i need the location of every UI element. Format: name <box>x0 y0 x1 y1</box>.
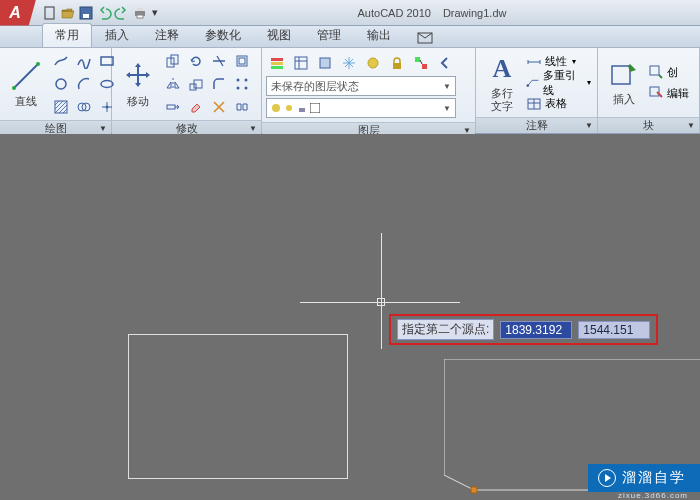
layer-prev-icon[interactable] <box>434 52 456 74</box>
x-coordinate-input[interactable]: 1839.3192 <box>500 321 572 339</box>
svg-point-23 <box>237 79 240 82</box>
line-label: 直线 <box>15 94 37 109</box>
insert-block-tool[interactable]: 插入 <box>604 56 644 109</box>
annotate-rows: 线性▾ 多重引线▾ 表格 <box>526 52 591 114</box>
layer-match-icon[interactable] <box>410 52 432 74</box>
scale-icon[interactable] <box>185 73 207 95</box>
svg-point-9 <box>36 62 40 66</box>
chevron-down-icon: ▾ <box>572 57 576 66</box>
text-icon: A <box>486 53 518 85</box>
layer-freeze-icon[interactable] <box>338 52 360 74</box>
tab-parametric[interactable]: 参数化 <box>192 23 254 47</box>
offset-icon[interactable] <box>231 50 253 72</box>
trim-icon[interactable] <box>208 50 230 72</box>
arc-icon[interactable] <box>73 73 95 95</box>
mtext-tool[interactable]: A 多行 文字 <box>482 51 522 113</box>
linear-dim-icon <box>526 54 542 70</box>
table-button[interactable]: 表格 <box>526 94 591 114</box>
svg-rect-27 <box>167 105 175 109</box>
layer-states-icon[interactable] <box>290 52 312 74</box>
line-tool[interactable]: 直线 <box>6 58 46 111</box>
move-label: 移动 <box>127 94 149 109</box>
edit-block-button[interactable]: 编辑 <box>648 83 689 103</box>
layer-iso-icon[interactable] <box>314 52 336 74</box>
array-icon[interactable] <box>231 73 253 95</box>
print-icon[interactable] <box>132 5 148 21</box>
cursor-pickbox <box>377 298 385 306</box>
circle-icon[interactable] <box>50 73 72 95</box>
polyline-icon[interactable] <box>50 50 72 72</box>
title-center: AutoCAD 2010 Drawing1.dw <box>164 7 700 19</box>
tab-manage[interactable]: 管理 <box>304 23 354 47</box>
layer-lock-icon[interactable] <box>386 52 408 74</box>
chevron-down-icon: ▼ <box>443 104 451 113</box>
tab-insert[interactable]: 插入 <box>92 23 142 47</box>
edit-block-icon <box>648 85 664 101</box>
layer-properties-icon[interactable] <box>266 52 288 74</box>
panel-title-block[interactable]: 块▼ <box>598 117 699 133</box>
hatch-icon[interactable] <box>50 96 72 118</box>
tab-view[interactable]: 视图 <box>254 23 304 47</box>
undo-icon[interactable] <box>96 5 112 21</box>
svg-rect-36 <box>422 64 427 69</box>
lock-open-icon <box>297 103 307 113</box>
chevron-down-icon: ▼ <box>249 124 257 133</box>
watermark: 溜溜自学 <box>588 464 700 492</box>
mtext-label: 多行 文字 <box>491 87 513 111</box>
new-icon[interactable] <box>42 5 58 21</box>
rotate-icon[interactable] <box>185 50 207 72</box>
panel-layer: 未保存的图层状态 ▼ ▼ 图层▼ <box>262 48 476 133</box>
region-icon[interactable] <box>73 96 95 118</box>
y-coordinate-input[interactable]: 1544.151 <box>578 321 650 339</box>
explode-icon[interactable] <box>208 96 230 118</box>
chevron-down-icon: ▼ <box>585 121 593 130</box>
save-icon[interactable] <box>78 5 94 21</box>
layer-state-label: 未保存的图层状态 <box>271 79 359 94</box>
mleader-icon <box>526 75 540 91</box>
svg-line-7 <box>14 64 38 88</box>
spline-icon[interactable] <box>73 50 95 72</box>
modify-small-tools <box>162 50 253 118</box>
create-block-icon <box>648 64 664 80</box>
ribbon-tab-strip: 常用 插入 注释 参数化 视图 管理 输出 <box>0 26 700 48</box>
watermark-label: 溜溜自学 <box>622 469 686 487</box>
svg-rect-32 <box>320 58 330 68</box>
redo-icon[interactable] <box>114 5 130 21</box>
panel-title-annotate[interactable]: 注释▼ <box>476 117 597 133</box>
panel-modify: 移动 修改▼ <box>112 48 262 133</box>
mleader-button[interactable]: 多重引线▾ <box>526 73 591 93</box>
table-icon <box>526 96 542 112</box>
svg-rect-43 <box>612 66 630 84</box>
chevron-down-icon: ▼ <box>99 124 107 133</box>
erase-icon[interactable] <box>185 96 207 118</box>
insert-label: 插入 <box>613 92 635 107</box>
layer-current-dropdown[interactable]: ▼ <box>266 98 456 118</box>
svg-rect-20 <box>239 58 245 64</box>
lightbulb-icon <box>271 103 281 113</box>
join-icon[interactable] <box>231 96 253 118</box>
create-block-button[interactable]: 创 <box>648 62 689 82</box>
tab-annotate[interactable]: 注释 <box>142 23 192 47</box>
move-tool[interactable]: 移动 <box>118 58 158 111</box>
layer-state-dropdown[interactable]: 未保存的图层状态 ▼ <box>266 76 456 96</box>
app-logo[interactable]: A <box>0 0 36 26</box>
tab-extension[interactable] <box>404 28 446 47</box>
layer-off-icon[interactable] <box>362 52 384 74</box>
mirror-icon[interactable] <box>162 73 184 95</box>
tab-output[interactable]: 输出 <box>354 23 404 47</box>
qat-dropdown-icon[interactable]: ▾ <box>150 5 160 21</box>
tab-home[interactable]: 常用 <box>42 23 92 47</box>
chevron-down-icon: ▼ <box>687 121 695 130</box>
open-icon[interactable] <box>60 5 76 21</box>
svg-rect-2 <box>83 14 89 18</box>
copy-icon[interactable] <box>162 50 184 72</box>
fillet-icon[interactable] <box>208 73 230 95</box>
line-icon <box>10 60 42 92</box>
insert-block-icon <box>608 58 640 90</box>
drawing-canvas[interactable]: 指定第二个源点: 1839.3192 1544.151 溜溜自学 zixue.3… <box>0 134 700 500</box>
svg-point-41 <box>526 85 529 88</box>
app-name-label: AutoCAD 2010 <box>358 7 431 19</box>
stretch-icon[interactable] <box>162 96 184 118</box>
svg-point-25 <box>237 87 240 90</box>
svg-rect-39 <box>299 108 305 112</box>
